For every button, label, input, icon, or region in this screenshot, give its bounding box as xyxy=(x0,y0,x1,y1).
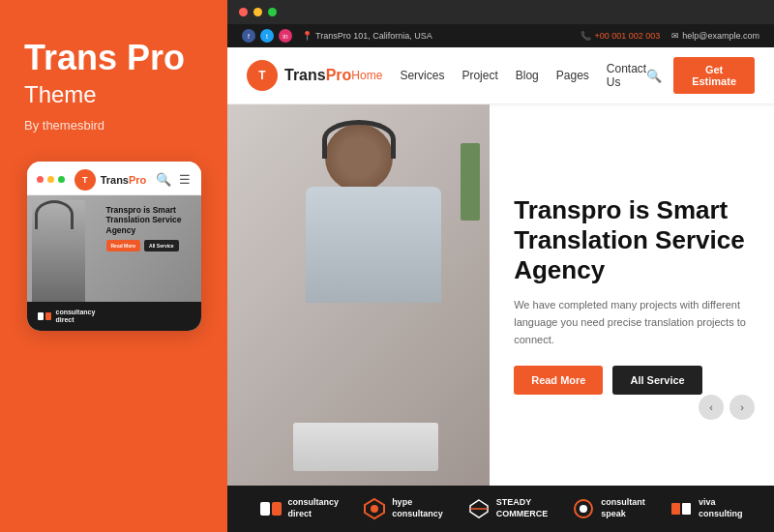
mobile-footer-brand-text: consultancydirect xyxy=(56,309,96,325)
mobile-menu-icon[interactable]: ☰ xyxy=(179,172,191,187)
phone-icon: 📞 xyxy=(580,31,591,41)
mobile-logo: T TransPro xyxy=(74,169,147,191)
mobile-logo-text: TransPro xyxy=(101,174,147,186)
social-links: f t in xyxy=(242,29,292,43)
next-arrow[interactable]: › xyxy=(729,395,755,420)
theme-author: By themesbird xyxy=(24,118,203,133)
hero-image xyxy=(227,104,490,486)
mobile-footer: consultancydirect xyxy=(27,302,201,332)
nav-right: 🔍 Get Estimate xyxy=(646,57,755,94)
svg-rect-1 xyxy=(45,312,51,320)
hero-headphones xyxy=(322,120,396,159)
brands-bar: consultancydirect hypeconsultancy STEADY… xyxy=(227,486,774,532)
right-panel: f t in 📍 TransPro 101, California, USA 📞… xyxy=(227,0,774,532)
consultant-speak-icon xyxy=(572,497,595,520)
mobile-topbar: T TransPro 🔍 ☰ xyxy=(27,162,201,195)
brand-consultant-speak: consultantspeak xyxy=(572,497,645,520)
mobile-hero-image: Transpro is Smart Translation Service Ag… xyxy=(27,195,201,302)
hero-buttons: Read More All Service xyxy=(514,366,750,395)
hero-nav-arrows: ‹ › xyxy=(699,395,755,420)
instagram-icon[interactable]: in xyxy=(279,29,292,43)
mobile-preview: T TransPro 🔍 ☰ Transpro is Smart Transla… xyxy=(27,162,201,332)
browser-dot-minimize[interactable] xyxy=(253,8,262,16)
svg-rect-2 xyxy=(260,502,270,516)
mobile-footer-brand: consultancydirect xyxy=(37,309,96,325)
consultant-speak-text: consultantspeak xyxy=(601,497,645,519)
nav-link-project[interactable]: Project xyxy=(461,69,497,82)
browser-dot-maximize[interactable] xyxy=(268,8,277,16)
svg-rect-0 xyxy=(38,312,44,320)
topbar-phone: 📞 +00 001 002 003 xyxy=(580,31,660,41)
consultancy-direct-text: consultancydirect xyxy=(288,497,340,519)
twitter-icon[interactable]: t xyxy=(260,29,274,43)
consultancy-icon xyxy=(37,309,52,324)
svg-point-9 xyxy=(580,505,587,513)
brand-consultancy-direct: consultancydirect xyxy=(259,497,340,520)
prev-arrow[interactable]: ‹ xyxy=(699,395,724,420)
nav-link-home[interactable]: Home xyxy=(351,69,382,82)
nav-link-blog[interactable]: Blog xyxy=(516,69,539,82)
mobile-read-more-button[interactable]: Read More xyxy=(106,240,141,251)
hero-laptop xyxy=(293,423,438,471)
mobile-hero-buttons: Read More All Service xyxy=(106,240,194,251)
website-topbar: f t in 📍 TransPro 101, California, USA 📞… xyxy=(227,24,774,47)
viva-consulting-icon xyxy=(670,497,693,520)
mobile-hero-content: Transpro is Smart Translation Service Ag… xyxy=(106,205,194,252)
website-navbar: T TransPro Home Services Project Blog Pa… xyxy=(227,47,774,104)
hero-description: We have completed many projects with dif… xyxy=(514,297,746,348)
mobile-hero: Transpro is Smart Translation Service Ag… xyxy=(27,195,201,302)
steady-commerce-icon xyxy=(467,497,491,520)
nav-link-services[interactable]: Services xyxy=(400,69,444,82)
nav-links: Home Services Project Blog Pages Contact… xyxy=(351,62,646,89)
mobile-dot-red xyxy=(37,176,44,183)
nav-search-icon[interactable]: 🔍 xyxy=(646,69,662,83)
nav-link-pages[interactable]: Pages xyxy=(556,69,589,82)
hero-content: Transpro is Smart Translation Service Ag… xyxy=(490,104,774,486)
theme-title: Trans Pro xyxy=(24,39,203,77)
hype-consultancy-text: hypeconsultancy xyxy=(392,497,443,519)
browser-dot-close[interactable] xyxy=(239,8,248,16)
svg-rect-3 xyxy=(272,502,282,516)
read-more-button[interactable]: Read More xyxy=(514,366,603,395)
nav-logo-icon: T xyxy=(247,60,278,91)
topbar-left: f t in 📍 TransPro 101, California, USA xyxy=(242,29,432,43)
svg-point-5 xyxy=(371,505,378,513)
mobile-dot-yellow xyxy=(47,176,54,183)
hype-consultancy-icon xyxy=(363,497,386,520)
mobile-search-icon[interactable]: 🔍 xyxy=(156,172,171,187)
mobile-hero-title: Transpro is Smart Translation Service Ag… xyxy=(106,205,194,236)
topbar-right: 📞 +00 001 002 003 ✉ help@example.com xyxy=(580,31,759,41)
nav-link-contact[interactable]: Contact Us xyxy=(607,62,646,89)
svg-rect-10 xyxy=(671,503,680,515)
theme-subtitle: Theme xyxy=(24,81,203,108)
mobile-logo-icon: T xyxy=(74,169,96,191)
get-estimate-button[interactable]: Get Estimate xyxy=(673,57,755,94)
mobile-nav-icons: 🔍 ☰ xyxy=(156,172,191,187)
steady-commerce-text: STEADYCOMMERCE xyxy=(496,497,549,519)
viva-consulting-text: vivaconsulting xyxy=(699,497,743,519)
location-icon: 📍 xyxy=(302,31,313,41)
brand-hype-consultancy: hypeconsultancy xyxy=(363,497,443,520)
nav-logo: T TransPro xyxy=(247,60,351,91)
hero-person-body xyxy=(306,187,441,303)
facebook-icon[interactable]: f xyxy=(242,29,255,43)
nav-logo-text: TransPro xyxy=(284,67,351,84)
left-panel: Trans Pro Theme By themesbird T TransPro… xyxy=(0,0,227,532)
topbar-email: ✉ help@example.com xyxy=(671,31,759,41)
mobile-dot-green xyxy=(58,176,65,183)
consultancy-direct-icon xyxy=(259,497,283,520)
mobile-all-service-button[interactable]: All Service xyxy=(144,240,179,251)
hero-plant xyxy=(461,143,480,221)
topbar-address: 📍 TransPro 101, California, USA xyxy=(302,31,432,41)
mobile-dots xyxy=(37,176,65,183)
browser-chrome xyxy=(227,0,774,24)
website-hero: Transpro is Smart Translation Service Ag… xyxy=(227,104,774,486)
all-service-button[interactable]: All Service xyxy=(612,366,701,395)
brand-steady-commerce: STEADYCOMMERCE xyxy=(467,497,549,520)
email-icon: ✉ xyxy=(671,31,679,41)
svg-rect-11 xyxy=(682,503,691,515)
mobile-headphones xyxy=(35,200,74,229)
hero-title: Transpro is Smart Translation Service Ag… xyxy=(514,195,750,286)
brand-viva-consulting: vivaconsulting xyxy=(670,497,743,520)
